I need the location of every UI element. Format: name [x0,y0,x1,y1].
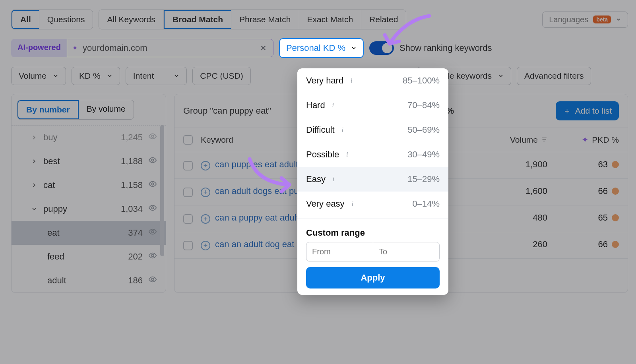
kd-range-option[interactable]: Difficulti50–69% [297,118,448,142]
kd-range-option[interactable]: Possiblei30–49% [297,142,448,167]
option-range: 70–84% [407,100,440,110]
row-checkbox[interactable] [183,241,193,250]
filter-volume[interactable]: Volume [11,67,66,85]
svg-point-3 [151,207,154,209]
tree-item-count: 1,245 [121,132,143,143]
svg-point-0 [151,135,154,137]
tab-all-keywords[interactable]: All Keywords [99,10,163,29]
tree-item[interactable]: cat1,158 [12,173,166,197]
option-range: 30–49% [407,149,440,160]
option-name: Very hard [306,76,343,86]
tree-item[interactable]: best1,188 [12,149,166,173]
difficulty-dot-icon [612,161,619,168]
filter-advanced[interactable]: Advanced filters [517,67,591,85]
volume-value: 1,900 [488,159,547,170]
kd-range-option[interactable]: Easyi15–29% [297,167,448,192]
difficulty-dot-icon [612,241,619,248]
svg-point-1 [151,159,154,161]
tab-all[interactable]: All [12,10,39,29]
clear-domain-button[interactable]: ✕ [258,42,268,54]
tab-phrase-match[interactable]: Phrase Match [231,10,299,29]
expand-keyword-button[interactable]: + [201,214,210,224]
volume-value: 260 [488,239,547,250]
eye-icon[interactable] [148,227,157,238]
chevron-down-icon [53,71,58,81]
col-pkd[interactable]: ✦PKD % [555,135,619,145]
sparkle-icon: ✦ [72,44,78,52]
expand-keyword-button[interactable]: + [201,188,210,197]
row-checkbox[interactable] [183,214,193,224]
option-name: Difficult [306,125,335,135]
eye-icon[interactable] [148,132,157,143]
tree-item[interactable]: puppy1,034 [12,197,166,221]
option-range: 0–14% [412,199,440,209]
eye-icon[interactable] [148,251,157,262]
info-icon[interactable]: i [339,126,347,134]
tree-item-label: cat [43,180,115,190]
info-icon[interactable]: i [347,77,355,85]
info-icon[interactable]: i [343,151,351,159]
row-checkbox[interactable] [183,188,193,197]
custom-range-to-input[interactable] [373,242,440,261]
option-range: 50–69% [407,125,440,135]
filter-kd[interactable]: KD % [72,67,120,85]
filter-cpc[interactable]: CPC (USD) [192,67,251,85]
apply-button[interactable]: Apply [306,267,440,288]
dropdown-divider [297,219,448,219]
beta-badge: beta [593,15,611,23]
tree-child-item[interactable]: feed202 [12,245,166,269]
info-icon[interactable]: i [329,101,337,109]
languages-label: Languages [549,15,588,24]
info-icon[interactable]: i [330,175,337,183]
eye-icon[interactable] [148,156,157,167]
expand-keyword-button[interactable]: + [201,161,210,170]
tab-by-volume[interactable]: By volume [79,100,134,119]
scope-segment: All Questions [11,10,93,29]
custom-range-label: Custom range [297,221,448,242]
tab-by-number[interactable]: By number [17,100,79,119]
pkd-value: 66 [598,186,608,196]
svg-point-2 [151,183,154,185]
select-all-checkbox[interactable] [183,135,193,145]
tab-related[interactable]: Related [361,10,406,29]
domain-input[interactable] [83,43,254,53]
tree-child-item[interactable]: eat374 [12,221,166,245]
tree-item-count: 1,034 [121,204,143,214]
option-range: 15–29% [407,174,440,184]
kd-range-option[interactable]: Very easyi0–14% [297,192,448,216]
add-to-list-button[interactable]: ＋ Add to list [556,101,619,120]
filter-intent[interactable]: Intent [126,67,187,85]
show-ranking-toggle[interactable] [369,41,394,55]
show-ranking-label: Show ranking keywords [399,43,492,53]
svg-point-6 [151,278,154,281]
tab-questions[interactable]: Questions [39,10,93,29]
tree-item-label: puppy [43,204,115,214]
chevron-down-icon [174,71,179,81]
eye-icon[interactable] [148,180,157,191]
info-icon[interactable]: i [349,200,357,208]
tree-child-item[interactable]: adult186 [12,269,166,292]
group-tree: buy1,245best1,188cat1,158puppy1,034eat37… [12,125,166,292]
kd-range-option[interactable]: Very hardi85–100% [297,68,448,93]
svg-point-5 [151,254,154,257]
kd-range-option[interactable]: Hardi70–84% [297,93,448,118]
col-volume[interactable]: Volume [488,135,547,145]
volume-value: 480 [488,213,547,223]
pkd-value: 65 [598,213,608,223]
tree-item[interactable]: buy1,245 [12,125,166,149]
difficulty-dot-icon [612,214,619,221]
languages-dropdown[interactable]: Languages beta [542,12,628,28]
eye-icon[interactable] [148,275,157,286]
custom-range-from-input[interactable] [306,242,373,261]
tab-exact-match[interactable]: Exact Match [299,10,362,29]
expand-keyword-button[interactable]: + [201,241,210,250]
pkd-value: 63 [598,159,608,170]
personal-kd-dropdown-button[interactable]: Personal KD % [279,38,364,58]
difficulty-dot-icon [612,188,619,195]
eye-icon[interactable] [148,203,157,215]
row-checkbox[interactable] [183,161,193,170]
tree-item-count: 202 [128,252,143,262]
tree-item-label: adult [47,275,122,286]
personal-kd-label: Personal KD % [286,43,345,53]
tab-broad-match[interactable]: Broad Match [164,10,231,29]
